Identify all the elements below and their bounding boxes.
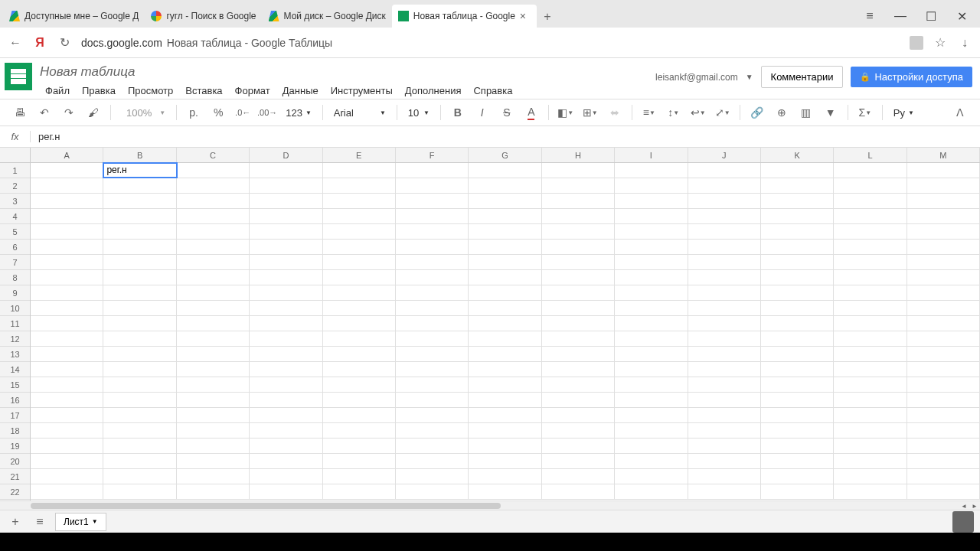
- cell[interactable]: [250, 316, 322, 331]
- cell[interactable]: [177, 423, 250, 438]
- cell[interactable]: [834, 178, 906, 193]
- cell[interactable]: [103, 408, 176, 422]
- cell[interactable]: [907, 194, 980, 208]
- cell[interactable]: [177, 347, 250, 361]
- redo-button[interactable]: ↷: [58, 102, 80, 123]
- cell[interactable]: [542, 240, 615, 254]
- cell[interactable]: [542, 454, 615, 468]
- cell[interactable]: [103, 224, 176, 239]
- cell[interactable]: [103, 240, 176, 254]
- cell[interactable]: [177, 270, 250, 285]
- cell[interactable]: [761, 301, 834, 315]
- cell[interactable]: [615, 423, 688, 438]
- cell[interactable]: [396, 224, 469, 239]
- cell[interactable]: [177, 377, 250, 392]
- cell[interactable]: [103, 377, 176, 392]
- cell[interactable]: [396, 194, 469, 208]
- cell[interactable]: [688, 469, 761, 484]
- cell[interactable]: [615, 316, 688, 331]
- cell[interactable]: [177, 331, 250, 346]
- cell[interactable]: [31, 255, 103, 269]
- cell[interactable]: [177, 469, 250, 484]
- cell[interactable]: [542, 163, 615, 178]
- column-header[interactable]: B: [103, 148, 176, 162]
- cell[interactable]: [103, 331, 176, 346]
- column-header[interactable]: H: [542, 148, 615, 162]
- browser-tab[interactable]: гугл - Поиск в Google: [145, 5, 262, 28]
- sheets-app-icon[interactable]: [5, 63, 32, 90]
- cell[interactable]: [615, 393, 688, 407]
- cell[interactable]: [31, 454, 103, 468]
- cell[interactable]: [761, 285, 834, 300]
- close-button[interactable]: ✕: [946, 5, 977, 28]
- cell[interactable]: [177, 163, 250, 178]
- cell[interactable]: [907, 209, 980, 223]
- row-header[interactable]: 22: [0, 484, 30, 500]
- cell[interactable]: [103, 347, 176, 361]
- maximize-button[interactable]: ☐: [916, 5, 946, 28]
- row-header[interactable]: 2: [0, 178, 30, 194]
- cell[interactable]: [396, 163, 469, 178]
- cell[interactable]: [469, 408, 541, 422]
- chevron-down-icon[interactable]: ▼: [746, 73, 753, 81]
- cell[interactable]: [761, 377, 834, 392]
- row-header[interactable]: 15: [0, 377, 30, 393]
- cell[interactable]: [761, 194, 834, 208]
- cell[interactable]: [542, 255, 615, 269]
- cell[interactable]: [469, 240, 541, 254]
- cell[interactable]: [907, 316, 980, 331]
- menu-help[interactable]: Справка: [468, 83, 518, 99]
- cell[interactable]: [31, 347, 103, 361]
- bold-button[interactable]: B: [447, 102, 469, 123]
- font-select[interactable]: Arial▼: [329, 107, 390, 119]
- cell[interactable]: [615, 439, 688, 453]
- horizontal-scrollbar[interactable]: ◄ ►: [0, 500, 980, 510]
- cell[interactable]: [615, 240, 688, 254]
- scroll-right-icon[interactable]: ►: [969, 501, 980, 510]
- cell[interactable]: [761, 469, 834, 484]
- cell[interactable]: [834, 393, 906, 407]
- menu-addons[interactable]: Дополнения: [400, 83, 467, 99]
- wrap-button[interactable]: ↩▼: [688, 102, 709, 123]
- cell[interactable]: [31, 178, 103, 193]
- cell[interactable]: [469, 316, 541, 331]
- column-header[interactable]: J: [688, 148, 761, 162]
- cell[interactable]: [469, 362, 541, 377]
- cell[interactable]: [323, 163, 396, 178]
- cell[interactable]: [688, 209, 761, 223]
- cell[interactable]: [396, 270, 469, 285]
- cell[interactable]: [542, 316, 615, 331]
- cell[interactable]: [907, 270, 980, 285]
- cell[interactable]: [103, 439, 176, 453]
- cell[interactable]: [469, 224, 541, 239]
- cell[interactable]: [103, 393, 176, 407]
- cell[interactable]: [615, 301, 688, 315]
- cell[interactable]: [103, 423, 176, 438]
- cell[interactable]: [31, 331, 103, 346]
- row-header[interactable]: 11: [0, 316, 30, 331]
- cell[interactable]: [907, 408, 980, 422]
- cell[interactable]: [250, 347, 322, 361]
- cell[interactable]: [688, 285, 761, 300]
- cell[interactable]: [323, 301, 396, 315]
- cell[interactable]: [396, 408, 469, 422]
- cell[interactable]: [469, 377, 541, 392]
- text-color-button[interactable]: A: [521, 102, 542, 123]
- italic-button[interactable]: I: [472, 102, 493, 123]
- cell[interactable]: [323, 209, 396, 223]
- column-header[interactable]: E: [323, 148, 396, 162]
- cell[interactable]: [31, 484, 103, 499]
- cell[interactable]: [177, 209, 250, 223]
- row-header[interactable]: 7: [0, 255, 30, 270]
- rotate-button[interactable]: ⤢▼: [712, 102, 733, 123]
- cell[interactable]: [688, 347, 761, 361]
- browser-tab-active[interactable]: Новая таблица - Google ×: [392, 5, 537, 28]
- row-header[interactable]: 20: [0, 454, 30, 469]
- h-align-button[interactable]: ≡▼: [639, 102, 660, 123]
- strikethrough-button[interactable]: S: [496, 102, 518, 123]
- sheet-tab[interactable]: Лист1 ▼: [55, 513, 106, 531]
- cell[interactable]: [907, 439, 980, 453]
- cell[interactable]: [615, 163, 688, 178]
- cell[interactable]: [761, 163, 834, 178]
- explore-button[interactable]: [952, 511, 974, 533]
